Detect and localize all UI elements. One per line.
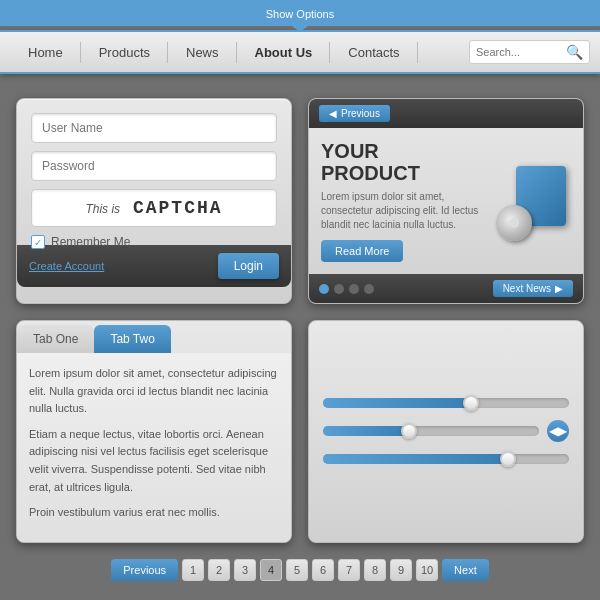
nav-item-news[interactable]: News [168, 35, 237, 70]
top-bar: Show Options [0, 0, 600, 26]
next-label: Next News [503, 283, 551, 294]
nav-items: Home Products News About Us Contacts [10, 35, 469, 70]
next-arrow-icon: ▶ [555, 283, 563, 294]
page-10[interactable]: 10 [416, 559, 438, 581]
search-input[interactable] [476, 46, 566, 58]
login-footer: Create Account Login [17, 245, 291, 287]
slider-image [491, 140, 571, 262]
slider-thumb-2[interactable] [401, 423, 417, 439]
nav-item-products[interactable]: Products [81, 35, 168, 70]
nav-bar: Home Products News About Us Contacts 🔍 [0, 30, 600, 74]
prev-label: Previous [341, 108, 380, 119]
slider-fill-2 [323, 426, 409, 436]
range-slider-2: ◀▶ [323, 420, 569, 442]
left-arrow-icon: ◀▶ [549, 425, 567, 437]
search-icon[interactable]: 🔍 [566, 44, 583, 60]
page-4[interactable]: 4 [260, 559, 282, 581]
nav-item-home[interactable]: Home [10, 35, 81, 70]
page-6[interactable]: 6 [312, 559, 334, 581]
nav-search: 🔍 [469, 40, 590, 64]
slider-arrow-left[interactable]: ◀▶ [547, 420, 569, 442]
page-3[interactable]: 3 [234, 559, 256, 581]
slider-dots [319, 284, 374, 294]
product-cd-icon [496, 205, 532, 241]
product-title: YOUR PRODUCT [321, 140, 481, 184]
nav-item-aboutus[interactable]: About Us [237, 35, 331, 70]
slider-thumb-1[interactable] [463, 395, 479, 411]
captcha-prefix: This is [85, 202, 120, 216]
slider-track-1[interactable] [323, 398, 569, 408]
tabs-header: Tab One Tab Two [17, 321, 291, 353]
slider-fill-3 [323, 454, 508, 464]
dot-3[interactable] [349, 284, 359, 294]
page-2[interactable]: 2 [208, 559, 230, 581]
captcha-text: CAPTCHA [133, 198, 223, 218]
page-1[interactable]: 1 [182, 559, 204, 581]
tab-content-p1: Lorem ipsum dolor sit amet, consectetur … [29, 365, 279, 418]
next-page-button[interactable]: Next [442, 559, 489, 581]
tab-content-p2: Etiam a neque lectus, vitae lobortis orc… [29, 426, 279, 496]
main-content: This is CAPTCHA Remember Me Create Accou… [0, 82, 600, 559]
dot-1[interactable] [319, 284, 329, 294]
product-desc: Lorem ipsum dolor sit amet, consectetur … [321, 190, 481, 232]
captcha-box: This is CAPTCHA [31, 189, 277, 227]
slider-body: YOUR PRODUCT Lorem ipsum dolor sit amet,… [309, 128, 583, 274]
create-account-button[interactable]: Create Account [29, 260, 104, 272]
prev-button[interactable]: ◀ Previous [319, 105, 390, 122]
tab-two[interactable]: Tab Two [94, 325, 170, 353]
page-5[interactable]: 5 [286, 559, 308, 581]
slider-header: ◀ Previous [309, 99, 583, 128]
prev-page-button[interactable]: Previous [111, 559, 178, 581]
slider-text: YOUR PRODUCT Lorem ipsum dolor sit amet,… [321, 140, 481, 262]
nav-item-contacts[interactable]: Contacts [330, 35, 417, 70]
page-8[interactable]: 8 [364, 559, 386, 581]
slider-track-2[interactable] [323, 426, 539, 436]
page-9[interactable]: 9 [390, 559, 412, 581]
dot-4[interactable] [364, 284, 374, 294]
read-more-button[interactable]: Read More [321, 240, 403, 262]
tab-content: Lorem ipsum dolor sit amet, consectetur … [17, 353, 291, 542]
pagination: Previous 1 2 3 4 5 6 7 8 9 10 Next [0, 559, 600, 597]
range-slider-1 [323, 398, 569, 408]
slider-track-3[interactable] [323, 454, 569, 464]
remember-checkbox[interactable] [31, 235, 45, 249]
tab-one[interactable]: Tab One [17, 325, 94, 353]
prev-arrow-icon: ◀ [329, 108, 337, 119]
password-input[interactable] [31, 151, 277, 181]
tab-content-p3: Proin vestibulum varius erat nec mollis. [29, 504, 279, 522]
remember-label: Remember Me [51, 235, 130, 249]
show-options-label: Show Options [266, 8, 334, 20]
slider-widget: ◀ Previous YOUR PRODUCT Lorem ipsum dolo… [308, 98, 584, 304]
range-slider-3 [323, 454, 569, 464]
login-widget: This is CAPTCHA Remember Me Create Accou… [16, 98, 292, 304]
tabs-widget: Tab One Tab Two Lorem ipsum dolor sit am… [16, 320, 292, 543]
dot-2[interactable] [334, 284, 344, 294]
slider-thumb-3[interactable] [500, 451, 516, 467]
username-input[interactable] [31, 113, 277, 143]
slider-fill-1 [323, 398, 471, 408]
slider-footer: Next News ▶ [309, 274, 583, 303]
page-7[interactable]: 7 [338, 559, 360, 581]
login-button[interactable]: Login [218, 253, 279, 279]
next-button[interactable]: Next News ▶ [493, 280, 573, 297]
sliders-widget: ◀▶ [308, 320, 584, 543]
product-image [496, 161, 566, 241]
